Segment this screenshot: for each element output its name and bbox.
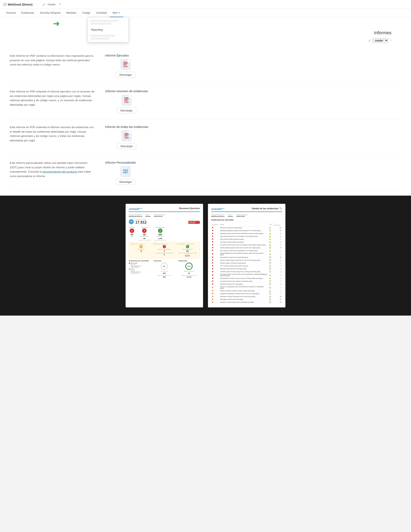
download-button-all-evidence[interactable]: Descargar [117,143,136,149]
table-row: XML parsers should not be vulnerable to … [211,249,282,252]
size-num: Líneas de código 17.912 [135,219,147,225]
nav-codigo[interactable]: Código [79,9,93,17]
plus-icon[interactable]: + [59,2,61,7]
col-count: # Evidencias [273,223,282,227]
cell-count: 3 [273,270,282,273]
nav-general[interactable]: General [3,9,18,17]
table-row: Methods should not be empty (java) 💬 1 [211,283,282,285]
critical-row: Crítica [129,268,150,270]
cell-type: 🐛 [268,285,272,289]
meta-branch-right: Rama master [228,214,233,217]
maintainability-rating: Mantenibilidad A 550 Code Smells 1,4% Ra… [154,227,166,241]
star-icon[interactable]: ☆ [35,2,38,6]
cell-severity [211,241,219,244]
table-row: PreparedStatement and ResultSet should b… [211,252,282,256]
blocker-dot [129,263,130,264]
table-row: Sections of code should not be commented… [211,301,282,304]
table-row: Cognitive Complexity of methods should n… [211,292,282,295]
severity-section: Evidencias por Severidad Bloqueante Bugs… [129,260,150,278]
download-button-custom[interactable]: Descargar [116,179,135,185]
nav-evidencias[interactable]: Evidencias [18,9,37,17]
hotspots-label: Hotspots de Seguridad [138,239,151,241]
new-bugs-value: 4 [130,250,152,252]
new-vuln-value: 7 [153,250,175,252]
blurred-item-3 [90,35,115,37]
blocker-smells: Code Smells: 13 [131,267,150,268]
table-row: Synchronized classes Vector, Hashtable, … [211,304,282,304]
cell-severity [211,285,219,289]
page-header-right: Informes ⎇ master ? [368,24,401,43]
pdf-label-3: PDF [124,137,129,139]
cell-rule: XML parsers should not be vulnerable to … [219,249,269,252]
cell-type: 💬 [268,256,272,259]
table-row: Random objects should be reused (java) 💬… [211,262,282,265]
dropdown-reporting[interactable]: Reporting [88,26,128,33]
nav-actividad[interactable]: Actividad [93,9,110,17]
threshold-label: Umbral de calidad [188,220,200,221]
cell-type: 🔒 [268,232,272,235]
pdf-icon-evidence-summary: PDF [122,95,131,105]
reliability-circle: E [130,228,134,233]
pdf-lines-2 [124,97,129,101]
cell-rule: Constant names should comply with a nami… [219,270,269,273]
cell-severity [211,292,219,295]
odt-icon: ODT [121,166,131,177]
bugs-value: 54 [129,233,135,236]
meta-date-right: Fecha de Análisis 2020-05-08 [236,214,247,217]
security-rating: Seguridad E 86 Vulnerabilidades 56 Hotsp… [138,227,151,241]
cell-severity [211,283,219,285]
report-executive-description: Este informe en PDF contiene la informac… [10,54,95,67]
branch-label[interactable]: master [47,3,56,6]
col-severity: Severidad [211,223,219,227]
cell-type: 🔒 [268,265,272,267]
cell-severity [211,262,219,265]
nav-medidas[interactable]: Medidas [63,9,79,17]
cell-type: 💬 [268,270,272,273]
table-row: Instance methods should not write to sta… [211,289,282,292]
cell-severity [211,265,219,267]
report-evidence-summary-action: Informe resumen de evidencias PDF Descar… [105,89,148,114]
preview-executive: sonarqube〰 Resumen Ejecutivo Nombre del … [126,204,203,307]
cell-type: 💬 [268,283,272,285]
branch-icon: ⎇ [42,3,45,6]
report-all-evidence: Este informe en PDF extiende el informe … [10,119,401,155]
report-executive-title: Informe Ejecutivo [105,54,129,57]
main-content: Informes ⎇ master ? Este informe en PDF … [0,17,411,196]
mini-logo-left: sonarqube〰 [129,207,142,210]
docs-link[interactable]: documentación del producto [43,170,77,173]
search-icon: 🔍 [279,207,282,210]
mini-meta-right: Nombre del proyecto WebGoat (Demo) Rama … [211,214,282,217]
cell-count: 6 [273,238,282,241]
nav-bar: General Evidencias Security Hotspots Med… [0,9,411,17]
meta-branch-value-r: master [228,215,233,217]
report-evidence-summary: Este informe en PDF extiende el informe … [10,84,401,119]
cell-rule: Methods should not be too complex (java) [219,267,269,270]
cell-type: 🔒 [268,277,272,280]
cell-type: 💬 [268,304,272,304]
table-header-row: Severidad Regla Tipo # Evidencias [211,223,282,227]
cell-count: 32 [273,298,282,301]
meta-project-left: Nombre del proyecto WebGoat (Demo) [129,214,142,217]
help-icon[interactable]: ? [390,39,392,42]
meta-date-label: Fecha de Análisis [154,214,165,215]
cell-severity [211,270,219,273]
nav-security-hotspots[interactable]: Security Hotspots [37,9,63,17]
download-button-executive[interactable]: Descargar [116,72,135,78]
evidence-table: Severidad Regla Tipo # Evidencias Resour… [211,223,282,304]
new-maintainability: Mantenibilidad en código nuevo A New Cod… [177,243,198,257]
report-evidence-summary-title: Informe resumen de evidencias [105,89,148,93]
cell-type: 🔒 [268,235,272,238]
lines-value: 17.912 [135,220,147,225]
cell-count: 1 [273,280,282,283]
cell-rule: XML parsers should not be vulnerable to … [219,235,269,238]
green-arrow-icon: ➜ [53,19,60,28]
branch-select[interactable]: master [372,38,388,43]
app-logo[interactable]: ⬡ WebGoat (Demo) [3,2,32,7]
download-button-evidence-summary[interactable]: Descargar [117,107,136,114]
cell-count: 1 [273,285,282,289]
nav-mas[interactable]: Más ▼ [110,9,123,17]
new-hotspots-value: 6 [153,254,175,256]
coverage-section: Cobertura 0% Test unitarios 221 Cobertur… [153,260,175,278]
cell-count: 5 [273,241,282,244]
cell-severity [211,267,219,270]
